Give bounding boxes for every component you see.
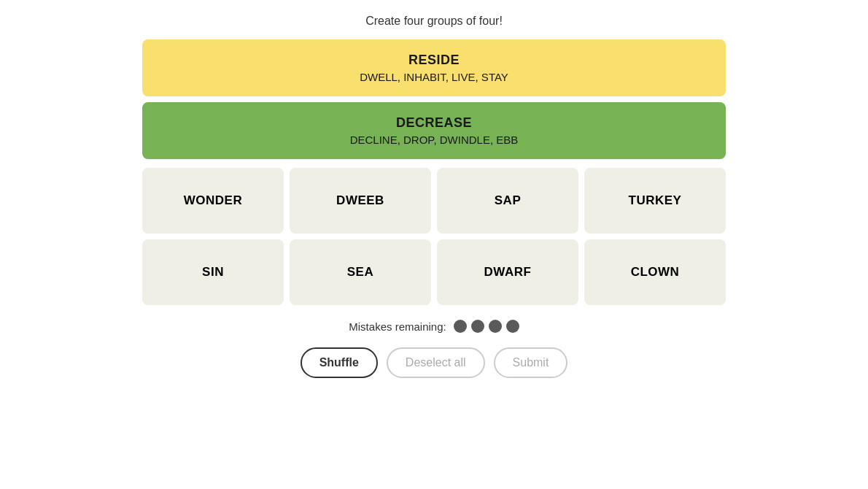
word-label-wonder: WONDER: [184, 193, 242, 208]
word-label-sap: SAP: [495, 193, 521, 208]
word-label-sin: SIN: [202, 265, 224, 280]
solved-group-yellow: RESIDEDWELL, INHABIT, LIVE, STAY: [142, 39, 726, 96]
deselect-button[interactable]: Deselect all: [387, 347, 485, 378]
mistakes-label: Mistakes remaining:: [349, 320, 446, 333]
word-card-dwarf[interactable]: DWARF: [437, 239, 578, 305]
solved-group-members-green: DECLINE, DROP, DWINDLE, EBB: [157, 134, 711, 146]
grid-row-0: WONDERDWEEBSAPTURKEY: [142, 168, 726, 234]
word-label-sea: SEA: [347, 265, 373, 280]
word-label-clown: CLOWN: [631, 265, 680, 280]
word-label-dweeb: DWEEB: [336, 193, 384, 208]
shuffle-button[interactable]: Shuffle: [301, 347, 378, 378]
word-card-sap[interactable]: SAP: [437, 168, 578, 234]
dots-container: [454, 320, 519, 333]
mistake-dot-4: [506, 320, 519, 333]
word-card-sea[interactable]: SEA: [290, 239, 431, 305]
word-label-dwarf: DWARF: [484, 265, 532, 280]
word-card-wonder[interactable]: WONDER: [142, 168, 284, 234]
subtitle: Create four groups of four!: [365, 15, 503, 28]
mistake-dot-2: [471, 320, 484, 333]
solved-group-title-yellow: RESIDE: [157, 53, 711, 68]
submit-button[interactable]: Submit: [494, 347, 568, 378]
word-card-sin[interactable]: SIN: [142, 239, 284, 305]
mistakes-row: Mistakes remaining:: [349, 320, 519, 333]
word-card-turkey[interactable]: TURKEY: [584, 168, 726, 234]
mistake-dot-1: [454, 320, 467, 333]
solved-group-green: DECREASEDECLINE, DROP, DWINDLE, EBB: [142, 102, 726, 159]
word-card-clown[interactable]: CLOWN: [584, 239, 726, 305]
grid-row-1: SINSEADWARFCLOWN: [142, 239, 726, 305]
game-container: Create four groups of four! RESIDEDWELL,…: [142, 15, 726, 378]
solved-groups: RESIDEDWELL, INHABIT, LIVE, STAYDECREASE…: [142, 39, 726, 165]
word-card-dweeb[interactable]: DWEEB: [290, 168, 431, 234]
buttons-row: Shuffle Deselect all Submit: [301, 347, 568, 378]
word-grid: WONDERDWEEBSAPTURKEYSINSEADWARFCLOWN: [142, 168, 726, 311]
mistake-dot-3: [489, 320, 502, 333]
word-label-turkey: TURKEY: [629, 193, 682, 208]
solved-group-members-yellow: DWELL, INHABIT, LIVE, STAY: [157, 71, 711, 83]
grid-rows: WONDERDWEEBSAPTURKEYSINSEADWARFCLOWN: [142, 168, 726, 305]
solved-group-title-green: DECREASE: [157, 115, 711, 131]
